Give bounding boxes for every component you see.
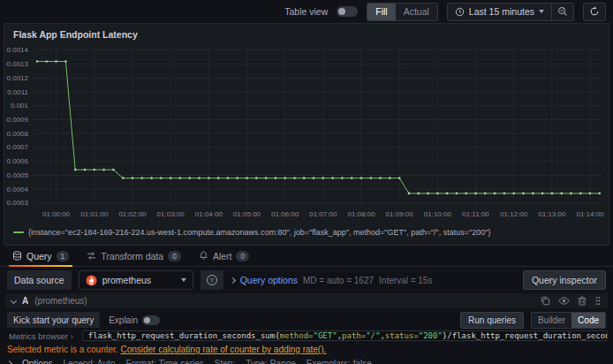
query-inspector-button[interactable]: Query inspector	[523, 270, 606, 290]
hide-response-eye-icon[interactable]	[558, 296, 570, 306]
query-datasource-hint: (prometheus)	[34, 296, 87, 306]
collapse-caret-icon[interactable]	[11, 298, 17, 304]
tab-query-count: 1	[57, 251, 70, 262]
datasource-help-button[interactable]: ?	[201, 270, 223, 290]
query-row-header[interactable]: A (prometheus)	[5, 293, 608, 308]
datasource-picker[interactable]: prometheus	[79, 270, 193, 290]
svg-text:0.0013: 0.0013	[7, 60, 29, 68]
svg-text:0.0014: 0.0014	[7, 46, 29, 54]
time-picker-group: Last 15 minutes	[447, 3, 574, 21]
query-row-actions	[541, 296, 602, 306]
svg-text:0.0009: 0.0009	[7, 116, 29, 124]
metrics-browser-button[interactable]: Metrics browser ›	[5, 330, 77, 341]
kick-start-query-button[interactable]: Kick start your query	[7, 312, 100, 328]
svg-text:0.0005: 0.0005	[7, 171, 29, 179]
editor-tabs: Query 1 Transform data 0 Alert 0	[0, 246, 613, 267]
svg-text:0.0008: 0.0008	[7, 130, 29, 138]
zoom-out-button[interactable]	[552, 4, 573, 20]
chart-legend: {instance="ec2-184-169-216-224.us-west-1…	[4, 227, 609, 237]
builder-mode-option[interactable]: Builder	[532, 313, 571, 328]
tab-transform-count: 0	[168, 251, 181, 262]
svg-text:01:04:00: 01:04:00	[195, 210, 223, 218]
legend-option-summary: Legend: Auto	[63, 359, 115, 364]
panel-title: Flask App Endpoint Latency	[4, 24, 609, 42]
svg-text:0.001: 0.001	[11, 102, 29, 110]
legend-series-swatch	[13, 231, 24, 233]
query-toolbar-right: Run queries Builder Code	[460, 312, 606, 329]
explain-control: Explain	[109, 315, 160, 325]
svg-text:01:02:00: 01:02:00	[118, 210, 147, 218]
explain-label: Explain	[109, 315, 138, 325]
pane-size-toggle-group: Fill Actual	[367, 3, 438, 21]
refresh-icon	[589, 6, 600, 17]
fill-option[interactable]: Fill	[367, 4, 395, 20]
duplicate-query-icon[interactable]	[541, 296, 550, 306]
explain-toggle[interactable]	[142, 315, 160, 325]
options-toggle-label[interactable]: Options	[22, 359, 52, 364]
query-options-label: Query options	[240, 275, 298, 285]
svg-text:01:00:00: 01:00:00	[42, 210, 71, 218]
tab-transform-data[interactable]: Transform data 0	[79, 246, 188, 266]
time-range-picker[interactable]: Last 15 minutes	[448, 4, 551, 20]
promql-query-input[interactable]: flask_http_request_duration_seconds_sum{…	[82, 330, 608, 341]
tab-query[interactable]: Query 1	[5, 246, 76, 266]
timeseries-panel: Flask App Endpoint Latency 0.00030.00040…	[4, 23, 609, 246]
zoom-out-icon	[557, 6, 568, 17]
type-option-summary: Type: Range	[246, 359, 296, 364]
step-option-summary: Step:	[215, 359, 235, 364]
chevron-right-icon	[230, 277, 236, 283]
svg-text:01:12:00: 01:12:00	[500, 210, 528, 218]
drag-handle-icon[interactable]	[594, 296, 602, 306]
clock-icon	[455, 7, 465, 17]
database-icon	[12, 251, 22, 261]
datasource-name: prometheus	[102, 275, 151, 285]
remove-query-trash-icon[interactable]	[578, 296, 587, 306]
tab-transform-label: Transform data	[101, 251, 163, 262]
max-datapoints-summary: MD = auto = 1627	[303, 276, 374, 285]
query-options-toggle[interactable]: Query options MD = auto = 1627 Interval …	[231, 275, 433, 285]
query-options-summary-row: Options Legend: Auto Format: Time series…	[5, 356, 608, 364]
refresh-button[interactable]	[584, 4, 605, 20]
svg-text:0.0012: 0.0012	[7, 74, 29, 82]
table-view-toggle[interactable]	[337, 6, 358, 17]
interval-summary: Interval = 15s	[379, 276, 432, 285]
svg-text:01:10:00: 01:10:00	[424, 210, 452, 218]
svg-text:01:01:00: 01:01:00	[80, 210, 109, 218]
exemplars-option-summary: Exemplars: false	[306, 359, 372, 364]
add-rate-hint-link[interactable]: Consider calculating rate of counter by …	[120, 345, 326, 354]
caret-down-icon	[181, 278, 186, 282]
chevron-right-icon[interactable]	[6, 360, 12, 364]
latency-chart[interactable]: 0.00030.00040.00050.00060.00070.00080.00…	[4, 42, 607, 224]
query-editor-section: A (prometheus)	[5, 293, 608, 364]
svg-text:01:09:00: 01:09:00	[386, 210, 414, 218]
svg-text:0.0007: 0.0007	[7, 143, 29, 151]
format-option-summary: Format: Time series	[125, 359, 203, 364]
legend-series-label[interactable]: {instance="ec2-184-169-216-224.us-west-1…	[28, 228, 491, 237]
datasource-row: Data source prometheus ? Query options M…	[0, 267, 613, 293]
tab-alert[interactable]: Alert 0	[192, 246, 256, 266]
svg-text:01:14:00: 01:14:00	[576, 210, 604, 218]
actual-option[interactable]: Actual	[396, 4, 437, 20]
svg-text:01:07:00: 01:07:00	[309, 210, 337, 218]
query-ref-id: A	[22, 296, 28, 306]
run-queries-button[interactable]: Run queries	[460, 312, 524, 329]
svg-text:01:08:00: 01:08:00	[347, 210, 375, 218]
svg-text:01:03:00: 01:03:00	[157, 210, 185, 218]
svg-text:0.0011: 0.0011	[7, 88, 28, 96]
table-view-label: Table view	[284, 6, 328, 17]
svg-text:01:05:00: 01:05:00	[233, 210, 261, 218]
datasource-label: Data source	[7, 270, 72, 290]
svg-text:01:11:00: 01:11:00	[462, 210, 489, 218]
prometheus-icon	[86, 275, 97, 286]
query-input-row: Metrics browser › flask_http_request_dur…	[5, 330, 608, 341]
code-mode-option[interactable]: Code	[571, 313, 605, 328]
svg-text:0.0006: 0.0006	[7, 157, 29, 165]
question-circle-icon: ?	[207, 275, 217, 285]
caret-down-icon	[539, 10, 544, 13]
transform-icon	[87, 251, 96, 261]
svg-text:0.0003: 0.0003	[7, 199, 29, 207]
tab-alert-count: 0	[236, 251, 249, 262]
query-toolbar: Kick start your query Explain Run querie…	[5, 311, 608, 329]
tab-query-label: Query	[26, 251, 52, 262]
counter-warning-row: Selected metric is a counter. Consider c…	[5, 343, 608, 356]
